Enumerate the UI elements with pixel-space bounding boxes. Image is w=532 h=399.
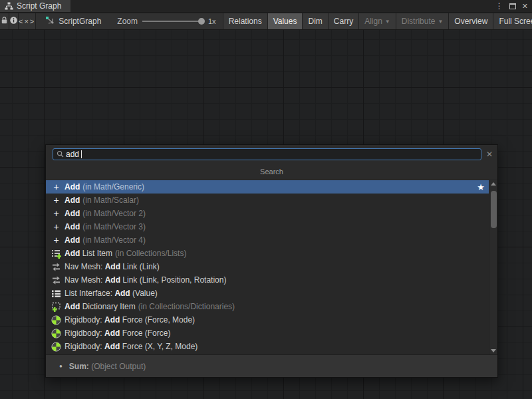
result-suffix: (Value) bbox=[130, 289, 158, 298]
finder-result-row[interactable]: Nav Mesh: Add Link (Link) bbox=[46, 260, 489, 273]
footer-detail: (Object Output) bbox=[91, 362, 146, 371]
finder-result-row[interactable]: +Add(in Math/Vector 3) bbox=[46, 220, 489, 233]
result-text: Add(in Math/Vector 2) bbox=[65, 209, 146, 218]
plus-icon: + bbox=[51, 182, 61, 192]
result-text: Nav Mesh: Add Link (Link) bbox=[65, 262, 160, 271]
result-match: Add bbox=[65, 249, 80, 258]
magnifier-icon bbox=[57, 148, 64, 160]
finder-header: Search bbox=[46, 164, 497, 180]
graph-breadcrumb[interactable]: ScriptGraph bbox=[36, 13, 110, 29]
result-match: Add bbox=[65, 209, 80, 218]
finder-result-row[interactable]: Add List Item(in Collections/Lists) bbox=[46, 247, 489, 260]
result-match: Add bbox=[105, 262, 120, 271]
result-text: Nav Mesh: Add Link (Link, Position, Rota… bbox=[65, 275, 226, 285]
finder-result-row[interactable]: +Add(in Math/Generic)★ bbox=[46, 180, 489, 194]
result-suffix: Force (Force, Mode) bbox=[120, 315, 195, 325]
toolbar-button-overview[interactable]: Overview bbox=[449, 13, 493, 29]
window-maximize-icon[interactable] bbox=[509, 3, 516, 9]
list-icon bbox=[51, 289, 61, 299]
result-text: Add(in Math/Generic) bbox=[65, 182, 144, 192]
finder-result-row[interactable]: List Interface: Add (Value) bbox=[46, 287, 489, 300]
finder-result-row[interactable]: +Add(in Math/Vector 2) bbox=[46, 207, 489, 220]
zoom-value: 1x bbox=[208, 17, 216, 25]
scrollbar-thumb[interactable] bbox=[491, 191, 497, 228]
toolbar-buttons: RelationsValuesDimCarryAlign▼Distribute▼… bbox=[223, 13, 532, 29]
result-prefix: Nav Mesh: bbox=[65, 262, 105, 271]
finder-result-row[interactable]: Rigidbody: Add Force (Force) bbox=[46, 327, 489, 340]
list-add-icon bbox=[51, 249, 61, 259]
titlebar-spacer bbox=[70, 0, 495, 12]
result-prefix: Nav Mesh: bbox=[65, 275, 105, 285]
scroll-down-icon[interactable] bbox=[491, 349, 496, 352]
toolbar-button-label: Values bbox=[273, 17, 297, 26]
zoom-slider[interactable] bbox=[142, 21, 203, 22]
search-input[interactable]: add bbox=[53, 148, 481, 160]
result-suffix: List Item bbox=[80, 249, 112, 258]
result-suffix: Link (Link, Position, Rotation) bbox=[120, 275, 226, 285]
toolbar-button-align: Align▼ bbox=[359, 13, 396, 29]
finder-result-row[interactable]: +Add(in Math/Vector 4) bbox=[46, 233, 489, 247]
toolbar-button-label: Overview bbox=[454, 17, 487, 26]
toolbar-button-distribute: Distribute▼ bbox=[396, 13, 450, 29]
window-close-icon[interactable]: ✕ bbox=[522, 3, 528, 10]
info-button[interactable] bbox=[9, 13, 19, 29]
result-ctx: (in Math/Vector 4) bbox=[82, 235, 146, 245]
zoom-label: Zoom bbox=[117, 17, 138, 26]
finder-list-wrap: +Add(in Math/Generic)★+Add(in Math/Scala… bbox=[46, 180, 497, 354]
plus-icon: + bbox=[51, 235, 61, 245]
scrollbar[interactable] bbox=[489, 180, 497, 354]
result-match: Add bbox=[105, 275, 120, 285]
toolbar-button-carry[interactable]: Carry bbox=[329, 13, 359, 29]
result-ctx: (in Collections/Dictionaries) bbox=[138, 302, 235, 311]
graph-toolbar: <×> ScriptGraph Zoom 1x RelationsValuesD… bbox=[0, 13, 532, 30]
result-match: Add bbox=[65, 182, 80, 192]
info-icon bbox=[9, 16, 18, 27]
result-match: Add bbox=[65, 302, 80, 311]
result-match: Add bbox=[104, 342, 120, 351]
favorite-star-icon[interactable]: ★ bbox=[477, 182, 485, 192]
rigidbody-icon bbox=[51, 329, 61, 338]
clear-search-icon[interactable]: ✕ bbox=[486, 150, 493, 158]
result-text: Rigidbody: Add Force (X, Y, Z, Mode) bbox=[65, 342, 198, 351]
result-text: Add Dictionary Item(in Collections/Dicti… bbox=[65, 302, 235, 311]
finder-result-row[interactable]: Nav Mesh: Add Link (Link, Position, Rota… bbox=[46, 273, 489, 287]
toolbar-button-values[interactable]: Values bbox=[268, 13, 303, 29]
chevron-down-icon: ▼ bbox=[385, 19, 390, 25]
toolbar-button-full-screen[interactable]: Full Screen bbox=[493, 13, 532, 29]
finder-result-row[interactable]: Add Dictionary Item(in Collections/Dicti… bbox=[46, 300, 489, 313]
output-bullet-icon: ● bbox=[59, 363, 63, 369]
search-value: add bbox=[66, 150, 79, 158]
zoom-control: Zoom 1x bbox=[110, 13, 223, 29]
window-menu-icon[interactable]: ⋮ bbox=[495, 2, 503, 10]
text-caret bbox=[81, 150, 82, 158]
finder-result-row[interactable]: Rigidbody: Add Force (X, Y, Z, Mode) bbox=[46, 340, 489, 353]
edit-source-button[interactable]: <×> bbox=[19, 13, 36, 29]
graph-label: ScriptGraph bbox=[59, 17, 101, 26]
toolbar-button-label: Distribute bbox=[402, 17, 436, 26]
toolbar-button-relations[interactable]: Relations bbox=[223, 13, 268, 29]
rigidbody-icon bbox=[51, 342, 61, 352]
toolbar-button-label: Dim bbox=[308, 17, 322, 26]
result-suffix: Force (Force) bbox=[120, 329, 170, 338]
finder-result-row[interactable]: Rigidbody: Add Force (Force, Mode) bbox=[46, 313, 489, 327]
finder-result-row[interactable]: +Add(in Math/Scalar) bbox=[46, 194, 489, 207]
result-text: Rigidbody: Add Force (Force, Mode) bbox=[65, 315, 195, 325]
toolbar-button-dim[interactable]: Dim bbox=[303, 13, 328, 29]
toolbar-button-label: Relations bbox=[229, 17, 262, 26]
toolbar-button-label: Full Screen bbox=[499, 17, 532, 26]
result-suffix: Force (X, Y, Z, Mode) bbox=[120, 342, 198, 351]
result-prefix: Rigidbody: bbox=[65, 329, 104, 338]
scroll-up-icon[interactable] bbox=[491, 182, 496, 186]
lock-button[interactable] bbox=[0, 13, 9, 29]
result-text: Rigidbody: Add Force (Force) bbox=[65, 329, 170, 338]
result-match: Add bbox=[65, 196, 80, 205]
tab-script-graph[interactable]: Script Graph bbox=[0, 0, 70, 12]
result-match: Add bbox=[104, 315, 120, 325]
navmesh-icon bbox=[51, 262, 61, 272]
result-text: Add List Item(in Collections/Lists) bbox=[65, 249, 186, 258]
lock-icon bbox=[0, 16, 9, 27]
graph-canvas[interactable]: add ✕ Search +Add(in Math/Generic)★+Add(… bbox=[0, 30, 532, 399]
result-ctx: (in Math/Vector 3) bbox=[82, 222, 146, 231]
result-ctx: (in Math/Generic) bbox=[82, 182, 144, 192]
zoom-slider-handle[interactable] bbox=[198, 18, 205, 25]
